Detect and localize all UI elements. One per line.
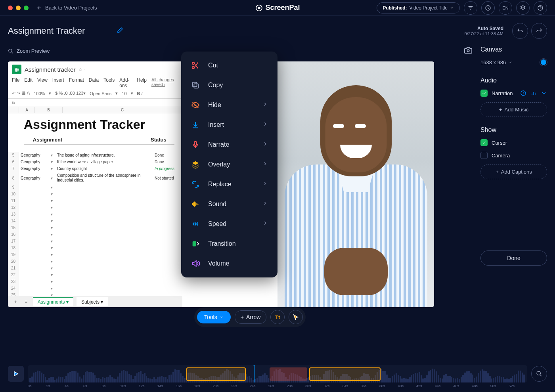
hide-icon bbox=[191, 100, 200, 110]
properties-panel: Canvas 1638 x 986 Audio Narration +Add M… bbox=[480, 46, 547, 307]
playhead[interactable] bbox=[254, 365, 255, 382]
tool-replace[interactable]: Replace bbox=[181, 174, 278, 194]
svg-point-1 bbox=[258, 7, 260, 9]
zoom-icon bbox=[8, 48, 13, 54]
sheet-menu-icon[interactable]: ≡ bbox=[22, 299, 29, 304]
add-music-button[interactable]: +Add Music bbox=[480, 102, 547, 117]
tab-subjects[interactable]: Subjects ▾ bbox=[77, 297, 108, 306]
tool-cut[interactable]: Cut bbox=[181, 55, 278, 75]
svg-point-4 bbox=[9, 49, 12, 52]
svg-rect-12 bbox=[193, 241, 196, 247]
tool-insert[interactable]: Insert bbox=[181, 115, 278, 135]
text-tool-button[interactable]: Tt bbox=[270, 310, 285, 324]
redo-button[interactable] bbox=[531, 23, 547, 39]
add-sheet[interactable]: + bbox=[12, 299, 19, 304]
sheet-data-row: 8Geography▾Composition and structure of … bbox=[8, 172, 182, 184]
canvas-color-swatch[interactable] bbox=[540, 59, 547, 66]
volume-icon bbox=[191, 259, 200, 268]
back-button[interactable]: Back to Video Projects bbox=[36, 5, 97, 11]
audio-heading: Audio bbox=[480, 77, 547, 84]
screenshot-icon[interactable] bbox=[464, 46, 473, 56]
sheet-menu-item[interactable]: Data bbox=[89, 77, 99, 88]
sheet-menu-item[interactable]: Edit bbox=[24, 77, 33, 88]
sheet-empty-row: 18▾ bbox=[8, 245, 182, 251]
tool-narrate[interactable]: Narrate bbox=[181, 135, 278, 155]
help-icon[interactable] bbox=[534, 1, 547, 15]
canvas-heading: Canvas bbox=[480, 46, 547, 53]
sheet-empty-row: 10▾ bbox=[8, 191, 182, 197]
arrow-button[interactable]: +Arrow bbox=[235, 310, 267, 324]
minimize-window[interactable] bbox=[16, 6, 21, 10]
cursor-tool-button[interactable] bbox=[289, 310, 303, 324]
language-button[interactable]: EN bbox=[499, 1, 512, 15]
filter-icon[interactable] bbox=[464, 1, 477, 15]
canvas-size-dropdown[interactable]: 1638 x 986 bbox=[480, 59, 512, 65]
title-row: Assignment Tracker Auto Saved 9/27/22 at… bbox=[0, 16, 555, 46]
timeline-selection-1[interactable] bbox=[186, 367, 246, 381]
tool-volume[interactable]: Volume bbox=[181, 254, 278, 273]
published-dropdown[interactable]: Published: Video Project Title bbox=[377, 2, 460, 13]
tools-button[interactable]: Tools bbox=[197, 311, 231, 323]
tab-assignments[interactable]: Assignments ▾ bbox=[33, 297, 73, 306]
chevron-right-icon bbox=[262, 161, 268, 168]
sheet-menu-item[interactable]: Tools bbox=[103, 77, 115, 88]
chevron-right-icon bbox=[262, 201, 268, 208]
undo-button[interactable] bbox=[512, 23, 528, 39]
cursor-checkbox[interactable] bbox=[480, 139, 488, 146]
sheet-empty-row: 9▾ bbox=[8, 184, 182, 191]
brand-logo: ScreenPal bbox=[255, 4, 300, 12]
layers-icon[interactable] bbox=[516, 1, 530, 15]
sheet-empty-row: 12▾ bbox=[8, 204, 182, 211]
sheet-menu-item[interactable]: Help bbox=[137, 77, 147, 88]
sheet-menu-item[interactable]: Format bbox=[69, 77, 84, 88]
copy-icon bbox=[191, 80, 200, 90]
narration-levels-icon[interactable] bbox=[530, 90, 537, 96]
close-window[interactable] bbox=[8, 6, 13, 10]
timeline-search-icon[interactable] bbox=[531, 366, 547, 382]
sheet-menu-item[interactable]: View bbox=[37, 77, 48, 88]
sheet-menu-item[interactable]: Add-ons bbox=[119, 77, 132, 88]
svg-point-13 bbox=[537, 371, 540, 375]
done-button[interactable]: Done bbox=[480, 250, 547, 266]
narration-alert-icon[interactable] bbox=[520, 90, 526, 96]
svg-point-8 bbox=[192, 67, 195, 69]
narration-checkbox[interactable] bbox=[480, 90, 488, 97]
svg-point-5 bbox=[467, 50, 469, 52]
sheet-empty-row: 15▾ bbox=[8, 224, 182, 231]
spreadsheet-recording: ▦ Assignment tracker ☆ ▫ FileEditViewIns… bbox=[8, 61, 182, 307]
play-button[interactable] bbox=[8, 366, 24, 382]
narration-dropdown-icon[interactable] bbox=[541, 90, 547, 96]
tool-transition[interactable]: Transition bbox=[181, 234, 278, 254]
chevron-right-icon bbox=[262, 141, 268, 148]
svg-point-7 bbox=[192, 62, 195, 65]
sheet-empty-row: 21▾ bbox=[8, 265, 182, 272]
sheets-icon: ▦ bbox=[12, 65, 21, 74]
timeline-selection-2[interactable] bbox=[309, 367, 381, 381]
svg-rect-9 bbox=[194, 84, 198, 88]
tool-sound[interactable]: Sound bbox=[181, 194, 278, 214]
narrate-icon bbox=[191, 140, 200, 149]
svg-rect-11 bbox=[194, 142, 197, 145]
tool-overlay[interactable]: Overlay bbox=[181, 155, 278, 174]
insert-icon bbox=[191, 120, 200, 130]
tool-speed[interactable]: Speed bbox=[181, 214, 278, 234]
sheet-menu-item[interactable]: Insert bbox=[52, 77, 64, 88]
edit-title-icon[interactable] bbox=[117, 27, 124, 35]
tool-copy[interactable]: Copy bbox=[181, 75, 278, 95]
timeline-region-overlay[interactable] bbox=[270, 367, 307, 381]
show-heading: Show bbox=[480, 126, 547, 134]
sheet-empty-row: 16▾ bbox=[8, 231, 182, 238]
camera-checkbox[interactable] bbox=[480, 152, 488, 159]
chevron-right-icon bbox=[262, 121, 268, 128]
cut-icon bbox=[191, 61, 200, 70]
timeline-track[interactable] bbox=[28, 365, 527, 382]
history-icon[interactable] bbox=[481, 1, 495, 15]
add-captions-button[interactable]: +Add Captions bbox=[480, 164, 547, 179]
bottom-toolbar: Tools +Arrow Tt bbox=[194, 307, 306, 327]
maximize-window[interactable] bbox=[24, 6, 29, 10]
sheet-menu-item[interactable]: File bbox=[12, 77, 19, 88]
tool-hide[interactable]: Hide bbox=[181, 95, 278, 115]
autosave-status: Auto Saved 9/27/22 at 11:38 AM bbox=[465, 26, 503, 36]
speed-icon bbox=[191, 219, 200, 229]
zoom-label[interactable]: Zoom Preview bbox=[17, 48, 50, 54]
